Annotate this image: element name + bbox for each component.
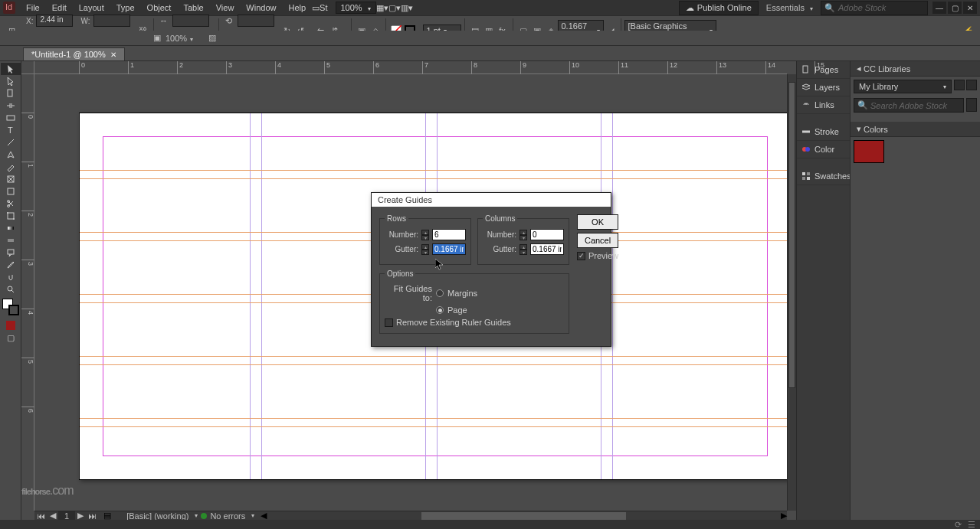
rows-gutter-field[interactable] — [432, 243, 466, 255]
gradient-swatch-tool[interactable] — [1, 222, 21, 234]
library-search[interactable]: 🔍Search Adobe Stock — [854, 98, 964, 113]
vertical-ruler[interactable]: 0123456 — [21, 74, 34, 511]
bridge-icon[interactable]: ▭ — [312, 3, 320, 13]
list-view-icon[interactable] — [966, 80, 977, 90]
horizontal-scrollbar[interactable] — [421, 512, 626, 520]
scale-x-field[interactable] — [172, 15, 209, 27]
screen-mode-icon[interactable]: ▢▾ — [388, 3, 401, 13]
cols-gutter-field[interactable] — [530, 243, 564, 255]
fill-stroke-swatch[interactable] — [2, 299, 19, 315]
fitting-icon[interactable]: ▣ — [153, 33, 161, 43]
cancel-button[interactable]: Cancel — [577, 233, 618, 248]
type-tool[interactable]: T — [1, 124, 21, 136]
fit-page-radio[interactable] — [436, 306, 444, 314]
cc-libraries-tab[interactable]: ◂CC Libraries — [851, 61, 980, 77]
panel-color[interactable]: Color — [797, 141, 850, 158]
view-options-icon[interactable]: ▦▾ — [376, 3, 388, 13]
close-tab-icon[interactable]: ✕ — [110, 51, 116, 59]
selection-tool[interactable] — [1, 63, 21, 75]
panel-layers[interactable]: Layers — [797, 79, 850, 96]
window-minimize[interactable]: — — [932, 2, 946, 14]
menu-file[interactable]: File — [20, 2, 46, 14]
library-dropdown[interactable]: My Library▾ — [854, 80, 952, 93]
svg-point-15 — [7, 212, 8, 214]
adobe-stock-search[interactable]: 🔍 Adobe Stock — [821, 1, 928, 15]
opacity-field[interactable]: 100%▾ — [166, 34, 204, 43]
last-page-icon[interactable]: ⏭ — [86, 511, 99, 521]
zoom-level[interactable]: 100% ▾ — [336, 2, 376, 14]
fit-margins-radio[interactable] — [436, 289, 444, 297]
vertical-scrollbar[interactable] — [787, 74, 796, 511]
line-tool[interactable] — [1, 136, 21, 149]
menu-window[interactable]: Window — [240, 2, 282, 14]
window-close[interactable]: ✕ — [963, 2, 977, 14]
zoom-tool[interactable] — [1, 283, 21, 296]
preview-checkbox[interactable] — [577, 252, 585, 260]
rectangle-tool[interactable] — [1, 185, 21, 198]
svg-rect-19 — [8, 250, 14, 254]
cols-gutter-down[interactable]: ▾ — [519, 250, 527, 255]
arrange-docs-icon[interactable]: ▥▾ — [401, 3, 413, 13]
scissors-tool[interactable] — [1, 198, 21, 210]
ruler-origin[interactable] — [21, 61, 34, 74]
menu-object[interactable]: Object — [141, 2, 178, 14]
menu-table[interactable]: Table — [177, 2, 209, 14]
cols-number-up[interactable]: ▴ — [519, 230, 527, 235]
workspace-switcher[interactable]: Essentials ▾ — [762, 2, 818, 14]
search-icon: 🔍 — [857, 100, 868, 110]
cols-number-down[interactable]: ▾ — [519, 235, 527, 240]
direct-selection-tool[interactable] — [1, 75, 21, 87]
pencil-tool[interactable] — [1, 161, 21, 173]
gap-tool[interactable] — [1, 100, 21, 112]
w-field[interactable] — [93, 15, 130, 27]
page-number-field[interactable]: 1 — [58, 511, 75, 521]
menu-layout[interactable]: Layout — [73, 2, 110, 14]
hand-tool[interactable] — [1, 271, 21, 283]
search-scope-icon[interactable] — [966, 98, 977, 112]
view-mode-icon[interactable]: ▢ — [1, 332, 21, 343]
svg-line-21 — [11, 290, 14, 292]
content-collector-tool[interactable] — [1, 112, 21, 124]
sync-icon[interactable]: ⟳ — [955, 520, 962, 530]
free-transform-tool[interactable] — [1, 210, 21, 222]
stroke-color-icon[interactable] — [8, 305, 19, 315]
colors-panel-tab[interactable]: ▾Colors — [851, 122, 980, 137]
remove-existing-checkbox[interactable] — [385, 318, 393, 327]
eyedropper-tool[interactable] — [1, 259, 21, 271]
svg-line-7 — [8, 139, 14, 145]
menu-view[interactable]: View — [210, 2, 241, 14]
notifications-icon[interactable]: ☰ — [968, 520, 975, 530]
document-tab[interactable]: *Untitled-1 @ 100% ✕ — [23, 47, 125, 60]
menu-edit[interactable]: Edit — [46, 2, 73, 14]
drop-shadow-icon[interactable]: ▨ — [208, 33, 216, 43]
color-swatch[interactable] — [854, 140, 884, 163]
rotate-field[interactable] — [238, 15, 274, 27]
cols-number-field[interactable] — [530, 229, 564, 240]
first-page-icon[interactable]: ⏮ — [34, 511, 48, 521]
menu-help[interactable]: Help — [282, 2, 312, 14]
cols-gutter-up[interactable]: ▴ — [519, 244, 527, 250]
rows-number-down[interactable]: ▾ — [421, 235, 429, 240]
rows-gutter-up[interactable]: ▴ — [421, 244, 429, 250]
preflight-profile[interactable]: [Basic] (working) — [126, 511, 188, 521]
stock-icon[interactable]: St — [320, 3, 327, 12]
pen-tool[interactable] — [1, 149, 21, 161]
rows-gutter-down[interactable]: ▾ — [421, 250, 429, 255]
horizontal-ruler[interactable]: 0123456789101112131415 — [34, 61, 787, 74]
apply-color-icon[interactable] — [1, 320, 21, 331]
publish-online-button[interactable]: ☁ Publish Online — [679, 1, 759, 15]
panel-swatches[interactable]: Swatches — [797, 168, 850, 185]
window-maximize[interactable]: ▢ — [948, 2, 962, 14]
rectangle-frame-tool[interactable] — [1, 173, 21, 185]
rows-number-up[interactable]: ▴ — [421, 230, 429, 235]
note-tool[interactable] — [1, 247, 21, 259]
gradient-feather-tool[interactable] — [1, 234, 21, 247]
x-field[interactable]: 2.44 in — [36, 15, 73, 27]
ok-button[interactable]: OK — [577, 214, 618, 230]
panel-links[interactable]: Links — [797, 96, 850, 114]
page-tool[interactable] — [1, 87, 21, 100]
menu-type[interactable]: Type — [110, 2, 141, 14]
rows-number-field[interactable] — [432, 229, 466, 240]
panel-stroke[interactable]: Stroke — [797, 123, 850, 141]
grid-view-icon[interactable] — [954, 80, 965, 90]
